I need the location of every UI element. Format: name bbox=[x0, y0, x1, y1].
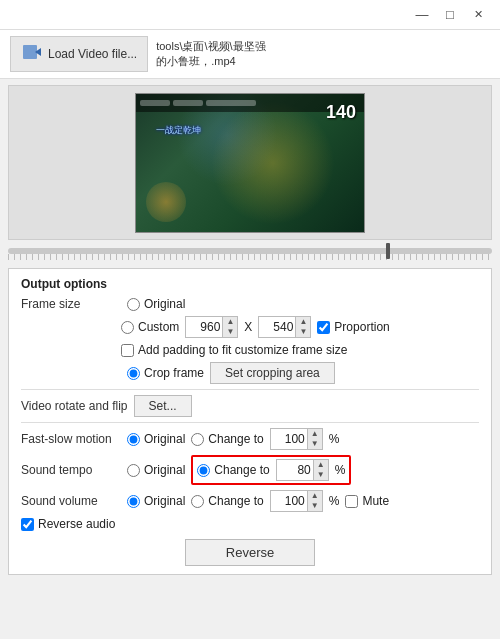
width-spinbox[interactable]: ▲ ▼ bbox=[185, 316, 238, 338]
sound-volume-changeto-radio[interactable] bbox=[191, 495, 204, 508]
reverse-audio-group[interactable]: Reverse audio bbox=[21, 517, 115, 531]
sound-tempo-label: Sound tempo bbox=[21, 463, 121, 477]
sound-volume-original-label: Original bbox=[144, 494, 185, 508]
add-padding-row: Add padding to fit customize frame size bbox=[21, 343, 479, 357]
sound-tempo-down-arrow[interactable]: ▼ bbox=[314, 470, 328, 480]
output-options-panel: Output options Frame size Original Custo… bbox=[8, 268, 492, 575]
fast-slow-percent: % bbox=[329, 432, 340, 446]
sound-tempo-spinbox[interactable]: ▲ ▼ bbox=[276, 459, 329, 481]
fast-slow-label: Fast-slow motion bbox=[21, 432, 121, 446]
proportion-checkbox-group[interactable]: Proportion bbox=[317, 320, 389, 334]
sound-tempo-changeto-label: Change to bbox=[214, 463, 269, 477]
reverse-audio-row: Reverse audio bbox=[21, 517, 479, 531]
maximize-button[interactable]: □ bbox=[436, 5, 464, 25]
sound-volume-changeto-label: Change to bbox=[208, 494, 263, 508]
svg-rect-0 bbox=[23, 45, 37, 59]
add-padding-group[interactable]: Add padding to fit customize frame size bbox=[121, 343, 347, 357]
reverse-audio-checkbox[interactable] bbox=[21, 518, 34, 531]
set-rotate-button[interactable]: Set... bbox=[134, 395, 192, 417]
proportion-checkbox[interactable] bbox=[317, 321, 330, 334]
reverse-audio-label: Reverse audio bbox=[38, 517, 115, 531]
sound-tempo-original-group[interactable]: Original bbox=[127, 463, 185, 477]
custom-radio[interactable] bbox=[121, 321, 134, 334]
width-up-arrow[interactable]: ▲ bbox=[223, 317, 237, 327]
video-preview-area: 140 一战定乾坤 bbox=[8, 85, 492, 240]
sound-volume-row: Sound volume Original Change to ▲ ▼ % Mu… bbox=[21, 490, 479, 512]
load-video-label: Load Video file... bbox=[48, 47, 137, 61]
fast-slow-original-label: Original bbox=[144, 432, 185, 446]
height-spinbox[interactable]: ▲ ▼ bbox=[258, 316, 311, 338]
fast-slow-changeto-group[interactable]: Change to bbox=[191, 432, 263, 446]
sound-tempo-input[interactable] bbox=[277, 460, 313, 480]
crop-radio-group[interactable]: Crop frame bbox=[127, 366, 204, 380]
video-rotate-label: Video rotate and flip bbox=[21, 399, 128, 413]
proportion-label: Proportion bbox=[334, 320, 389, 334]
height-down-arrow[interactable]: ▼ bbox=[296, 327, 310, 337]
video-file-icon bbox=[21, 41, 43, 67]
mute-checkbox[interactable] bbox=[345, 495, 358, 508]
sound-tempo-original-label: Original bbox=[144, 463, 185, 477]
sound-tempo-highlight: Change to ▲ ▼ % bbox=[191, 455, 351, 485]
crop-radio[interactable] bbox=[127, 367, 140, 380]
fast-slow-down-arrow[interactable]: ▼ bbox=[308, 439, 322, 449]
video-score: 140 bbox=[326, 102, 356, 123]
slider-area bbox=[8, 244, 492, 264]
sound-volume-spinbox[interactable]: ▲ ▼ bbox=[270, 490, 323, 512]
sound-tempo-percent: % bbox=[335, 463, 346, 477]
sound-volume-changeto-group[interactable]: Change to bbox=[191, 494, 263, 508]
video-rotate-row: Video rotate and flip Set... bbox=[21, 395, 479, 417]
timeline-ticks bbox=[8, 254, 492, 260]
fast-slow-spinbox[interactable]: ▲ ▼ bbox=[270, 428, 323, 450]
fast-slow-up-arrow[interactable]: ▲ bbox=[308, 429, 322, 439]
file-bar: Load Video file... tools\桌面\视频\最坚强 的小鲁班，… bbox=[0, 30, 500, 79]
height-up-arrow[interactable]: ▲ bbox=[296, 317, 310, 327]
fast-slow-row: Fast-slow motion Original Change to ▲ ▼ … bbox=[21, 428, 479, 450]
sound-tempo-up-arrow[interactable]: ▲ bbox=[314, 460, 328, 470]
sound-tempo-original-radio[interactable] bbox=[127, 464, 140, 477]
timeline-thumb[interactable] bbox=[386, 243, 390, 259]
sound-volume-up-arrow[interactable]: ▲ bbox=[308, 491, 322, 501]
fast-slow-changeto-label: Change to bbox=[208, 432, 263, 446]
load-video-button[interactable]: Load Video file... bbox=[10, 36, 148, 72]
width-down-arrow[interactable]: ▼ bbox=[223, 327, 237, 337]
crop-frame-row: Crop frame Set cropping area bbox=[21, 362, 479, 384]
add-padding-checkbox[interactable] bbox=[121, 344, 134, 357]
custom-radio-group[interactable]: Custom bbox=[121, 320, 179, 334]
sound-volume-original-group[interactable]: Original bbox=[127, 494, 185, 508]
frame-size-label: Frame size bbox=[21, 297, 121, 311]
original-radio-label: Original bbox=[144, 297, 185, 311]
sound-volume-percent: % bbox=[329, 494, 340, 508]
fast-slow-input[interactable] bbox=[271, 429, 307, 449]
add-padding-label: Add padding to fit customize frame size bbox=[138, 343, 347, 357]
sound-volume-input[interactable] bbox=[271, 491, 307, 511]
x-label: X bbox=[244, 320, 252, 334]
fast-slow-changeto-radio[interactable] bbox=[191, 433, 204, 446]
video-thumbnail: 140 一战定乾坤 bbox=[135, 93, 365, 233]
height-input[interactable] bbox=[259, 317, 295, 337]
original-radio-group[interactable]: Original bbox=[127, 297, 185, 311]
reverse-button[interactable]: Reverse bbox=[185, 539, 315, 566]
sound-volume-original-radio[interactable] bbox=[127, 495, 140, 508]
sound-tempo-row: Sound tempo Original Change to ▲ ▼ % bbox=[21, 455, 479, 485]
sound-volume-down-arrow[interactable]: ▼ bbox=[308, 501, 322, 511]
close-button[interactable]: ✕ bbox=[464, 5, 492, 25]
original-radio[interactable] bbox=[127, 298, 140, 311]
fast-slow-original-group[interactable]: Original bbox=[127, 432, 185, 446]
sound-volume-label: Sound volume bbox=[21, 494, 121, 508]
custom-radio-label: Custom bbox=[138, 320, 179, 334]
crop-frame-label: Crop frame bbox=[144, 366, 204, 380]
mute-checkbox-group[interactable]: Mute bbox=[345, 494, 389, 508]
section-title: Output options bbox=[21, 277, 479, 291]
width-input[interactable] bbox=[186, 317, 222, 337]
frame-size-row: Frame size Original bbox=[21, 297, 479, 311]
sound-tempo-changeto-group[interactable]: Change to bbox=[197, 463, 269, 477]
set-cropping-button[interactable]: Set cropping area bbox=[210, 362, 335, 384]
file-path: tools\桌面\视频\最坚强 的小鲁班，.mp4 bbox=[156, 39, 265, 70]
title-bar: — □ ✕ bbox=[0, 0, 500, 30]
timeline-track[interactable] bbox=[8, 248, 492, 254]
mute-label: Mute bbox=[362, 494, 389, 508]
bottom-area: Reverse bbox=[21, 539, 479, 566]
sound-tempo-changeto-radio[interactable] bbox=[197, 464, 210, 477]
minimize-button[interactable]: — bbox=[408, 5, 436, 25]
fast-slow-original-radio[interactable] bbox=[127, 433, 140, 446]
